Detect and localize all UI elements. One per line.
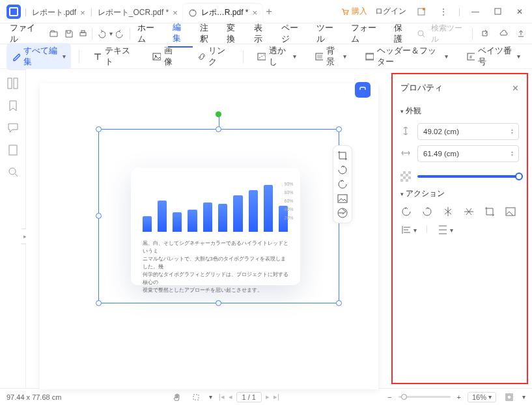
last-page-icon[interactable]: ▸|	[273, 393, 279, 401]
undo-icon[interactable]	[94, 27, 106, 40]
content-card: 90%80%60%40%20% 黒、白、そしてシグネチャーカラーであるハイライト…	[131, 168, 300, 285]
chevron-down-icon[interactable]: ▾	[522, 393, 525, 400]
image-button[interactable]: 画像	[147, 43, 184, 70]
tab-2[interactable]: レポ…R.pdf * ×	[183, 4, 262, 22]
page-input[interactable]: 1 / 1	[236, 392, 262, 402]
close-icon[interactable]: ✕	[512, 83, 519, 93]
search-placeholder[interactable]: 検索ツール	[431, 23, 466, 45]
tab-0[interactable]: レポート.pdf ×	[27, 4, 91, 22]
zoom-slider[interactable]	[399, 396, 451, 398]
hand-tool-icon[interactable]	[170, 391, 183, 404]
watermark-button[interactable]: 透かし ▾	[251, 43, 301, 70]
buy-link[interactable]: 購入	[341, 6, 367, 17]
chevron-down-icon[interactable]: ▾	[109, 30, 113, 37]
close-icon[interactable]: ×	[173, 8, 178, 18]
export-icon[interactable]	[515, 27, 527, 40]
print-icon[interactable]	[77, 27, 89, 40]
resize-handle[interactable]	[96, 126, 102, 132]
svg-point-4	[423, 8, 425, 10]
slider-knob[interactable]	[515, 173, 523, 180]
edit-all-button[interactable]: すべて編集 ▾	[7, 43, 71, 70]
close-button[interactable]: ✕	[512, 5, 527, 19]
share-icon[interactable]	[479, 27, 491, 40]
divider	[79, 50, 79, 63]
close-icon[interactable]: ×	[80, 8, 85, 18]
align-button[interactable]: ▾	[400, 224, 417, 236]
rotate-cw-icon[interactable]	[421, 206, 433, 217]
opacity-slider[interactable]	[417, 175, 519, 178]
bar	[264, 185, 273, 232]
link-button[interactable]: リンク	[191, 43, 236, 70]
zoom-select[interactable]: 16% ▾	[468, 392, 496, 402]
section-appearance[interactable]: 外観	[400, 105, 519, 117]
attachment-icon[interactable]	[7, 143, 20, 156]
thumbnails-icon[interactable]	[7, 77, 20, 90]
close-icon[interactable]: ×	[253, 8, 258, 18]
first-page-icon[interactable]: |◂	[219, 393, 225, 401]
select-tool-icon[interactable]	[189, 391, 203, 404]
rotate-ccw-icon[interactable]	[337, 178, 348, 190]
bar	[233, 195, 242, 232]
zoom-in-button[interactable]: +	[457, 393, 461, 401]
resize-handle[interactable]	[336, 300, 342, 306]
redo-icon[interactable]	[115, 27, 127, 40]
rotate-cw-icon[interactable]	[337, 164, 348, 176]
crop-icon[interactable]	[484, 206, 496, 217]
flip-horizontal-icon[interactable]	[463, 206, 475, 217]
open-icon[interactable]	[48, 27, 60, 40]
next-page-icon[interactable]: ▸	[266, 393, 270, 401]
search-icon[interactable]	[7, 165, 20, 178]
svg-rect-21	[9, 145, 17, 155]
chevron-down-icon[interactable]: ▾	[209, 393, 212, 400]
background-button[interactable]: 背景 ▾	[309, 43, 352, 70]
page-nav: |◂ ◂ 1 / 1 ▸ ▸|	[219, 392, 279, 402]
height-input[interactable]: 49.02 (cm) ▴▾	[417, 123, 519, 140]
svg-rect-13	[317, 55, 322, 59]
text-icon	[92, 51, 102, 62]
crop-icon[interactable]	[337, 150, 348, 161]
section-actions[interactable]: アクション	[400, 188, 519, 199]
resize-handle[interactable]	[96, 300, 102, 306]
bates-button[interactable]: # ベイツ番号 ▾	[461, 43, 525, 70]
chevron-down-icon: ▾	[413, 227, 417, 234]
resize-handle[interactable]	[216, 300, 221, 306]
text-button[interactable]: テキスト	[87, 43, 139, 70]
tab-1[interactable]: レポート_OCR.pdf * ×	[92, 4, 183, 22]
canvas[interactable]: 90%80%60%40%20% 黒、白、そしてシグネチャーカラーであるハイライト…	[26, 69, 391, 388]
header-footer-button[interactable]: ヘッダー＆フッター ▾	[359, 43, 453, 70]
bar	[188, 210, 197, 232]
width-input[interactable]: 61.49 (cm) ▴▾	[417, 145, 519, 162]
bates-icon: #	[466, 51, 475, 62]
fit-icon[interactable]	[503, 391, 516, 404]
rotation-handle[interactable]	[216, 111, 221, 117]
maximize-button[interactable]	[490, 5, 505, 19]
height-row: 49.02 (cm) ▴▾	[400, 123, 519, 140]
comment-icon[interactable]	[7, 121, 20, 134]
flip-vertical-icon[interactable]	[442, 206, 454, 217]
opacity-icon	[400, 171, 411, 182]
more-icon[interactable]: ⋮	[436, 5, 451, 19]
spinner[interactable]: ▴▾	[511, 150, 513, 157]
resize-handle[interactable]	[96, 213, 102, 219]
distribute-button[interactable]: ▾	[437, 224, 453, 236]
save-icon[interactable]	[63, 27, 74, 40]
zoom-knob[interactable]	[401, 394, 407, 400]
add-tab-button[interactable]: +	[262, 6, 275, 18]
resize-handle[interactable]	[216, 126, 221, 132]
replace-image-icon[interactable]	[337, 193, 348, 204]
extract-icon[interactable]	[337, 207, 348, 219]
resize-handle[interactable]	[336, 126, 342, 132]
login-link[interactable]: ログイン	[375, 6, 406, 17]
prev-page-icon[interactable]: ◂	[229, 393, 232, 401]
text-label: テキスト	[105, 46, 133, 68]
bookmark-icon[interactable]	[7, 99, 20, 112]
zoom-out-button[interactable]: −	[387, 393, 391, 401]
bar	[158, 201, 167, 232]
spinner[interactable]: ▴▾	[511, 128, 513, 135]
notification-icon[interactable]	[414, 5, 428, 19]
refresh-icon	[188, 8, 197, 18]
minimize-button[interactable]: —	[468, 5, 483, 19]
rotate-ccw-icon[interactable]	[400, 206, 412, 217]
replace-image-icon[interactable]	[505, 206, 516, 217]
cloud-icon[interactable]	[497, 27, 509, 40]
